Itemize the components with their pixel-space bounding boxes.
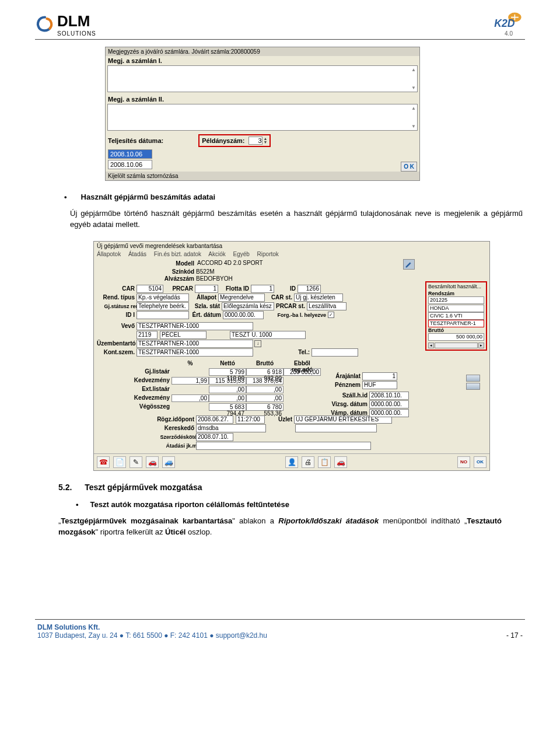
menu-item[interactable]: Állapotok <box>97 251 121 257</box>
uzemb-lookup-icon[interactable]: ↓ <box>254 340 261 347</box>
price-cell[interactable]: ,00 <box>246 394 284 402</box>
copies-spinner[interactable]: ▲▼ <box>249 137 268 145</box>
hdr-pct: % <box>172 360 209 368</box>
vevo-code-input[interactable]: 2119 <box>136 331 158 339</box>
logo-subtitle: SOLUTIONS <box>57 30 96 37</box>
note-textarea-2[interactable] <box>107 104 418 131</box>
price-cell[interactable]: 138 378,64 <box>246 377 284 385</box>
car-input[interactable]: 5104 <box>136 285 163 293</box>
prcarst-input[interactable]: Leszállítva <box>307 302 346 310</box>
page-header: DLM SOLUTIONS K2D 4.0 <box>35 12 525 40</box>
kont-label: Kont.szem. <box>97 349 136 355</box>
rendszam-input[interactable]: 201225 <box>428 296 484 304</box>
date-option-1[interactable]: 2008.10.06 <box>108 149 152 159</box>
alvaz-label: Alvázszám <box>161 275 196 282</box>
kont-input[interactable]: TESZTPARTNER-1000 <box>136 348 253 357</box>
car1-icon[interactable]: 🚗 <box>146 456 159 468</box>
allapot-label: Állapot <box>189 294 218 301</box>
vampdatum-input[interactable]: 0000.00.00. <box>369 409 409 417</box>
menu-item[interactable]: Fin.és bizt. adatok <box>154 251 201 257</box>
price-row-label: Végösszeg <box>126 403 172 412</box>
kereskedo-input-2[interactable] <box>295 424 377 432</box>
copies-input[interactable] <box>249 137 262 145</box>
szlastat-input[interactable]: Előlegszámla kész <box>222 302 274 310</box>
atadasi-input[interactable] <box>196 442 371 450</box>
brutto-input[interactable]: 500 000,00 <box>428 333 484 341</box>
doc-icon[interactable]: 📄 <box>113 456 126 468</box>
price-cell[interactable]: ,00 <box>246 386 284 393</box>
print-icon[interactable]: 🖨 <box>302 456 314 468</box>
menu-item[interactable]: Átadás <box>128 251 146 257</box>
date-option-2[interactable]: 2008.10.06 <box>108 160 152 169</box>
price-cell[interactable]: 5 683 794,47 <box>209 403 246 411</box>
vevo-addr-input[interactable]: TESZT U. 1000 <box>230 331 306 339</box>
tel-input[interactable] <box>312 348 358 357</box>
modell-value: ACCORD 4D 2.0 SPORT <box>196 260 289 268</box>
sidebox-scroll[interactable]: ◂▸ <box>428 343 484 348</box>
menu-item[interactable]: Akciók <box>208 251 225 257</box>
edit-icon[interactable] <box>403 259 415 270</box>
price-cell[interactable]: ,00 <box>209 386 246 393</box>
no-button[interactable]: NO <box>457 456 470 468</box>
ok-button[interactable]: O K <box>401 162 417 172</box>
kereskedo-input[interactable]: dmsdba <box>196 424 266 432</box>
footer-address: 1037 Budapest, Zay u. 24 ● T: 661 5500 ●… <box>37 631 267 640</box>
vevo-input[interactable]: TESZTPARTNER-1000 <box>136 322 253 330</box>
partner-input[interactable]: TESZTPARTNER-1 <box>428 320 484 327</box>
szerzkotes-input[interactable]: 2008.07.10. <box>196 433 233 441</box>
price-cell[interactable]: 200 000,00 <box>284 368 321 376</box>
vizsgdatum-input[interactable]: 0000.00.00. <box>369 400 409 408</box>
carst-label: CAR st. <box>265 294 294 301</box>
rogz-date-input[interactable]: 2008.06.27. <box>196 415 233 424</box>
section-5-2-para: „Tesztgépjárművek mozgásainak karbantart… <box>58 516 502 538</box>
uzemb-input[interactable]: TESZTPARTNER-1000 <box>136 340 253 348</box>
forg-label: Forg.-ba l. helyezve <box>264 312 328 318</box>
make-input[interactable]: HONDA <box>428 305 484 312</box>
price-cell[interactable]: ,00 <box>209 394 246 402</box>
brutto-label: Bruttó <box>428 327 484 333</box>
allapot-input[interactable]: Megrendelve <box>218 294 265 302</box>
rogz-time-input[interactable]: 11:27:00 <box>236 415 265 424</box>
car2-icon[interactable]: 🚙 <box>162 456 175 468</box>
price-cell[interactable]: 5 799 110,00 <box>209 368 246 376</box>
rendtipus-input[interactable]: Kp.-s végeladás <box>136 294 189 302</box>
hdr-brutto: Bruttó <box>246 360 284 368</box>
id-input[interactable]: 1266 <box>298 285 321 293</box>
carst-input[interactable]: Új gj. készleten <box>294 294 343 302</box>
prcarst-label: PRCAR st. <box>274 303 307 309</box>
prcar-input[interactable]: 1 <box>195 285 218 293</box>
modell-label: Modell <box>167 260 196 267</box>
price-cell[interactable]: 6 780 553,36 <box>246 403 284 411</box>
list-icon[interactable]: 📋 <box>318 456 331 468</box>
note-textarea-1[interactable] <box>107 65 418 92</box>
price-cell[interactable]: 115 315,53 <box>209 377 246 385</box>
m3: " riportra felkerült az <box>96 528 166 536</box>
gjstatus-input[interactable]: Telephelyre beérk. <box>136 302 189 310</box>
sort-icons[interactable] <box>466 375 480 390</box>
arajanlat-label: Árajánlat <box>327 373 362 379</box>
extra-car-icon[interactable]: 🚗 <box>334 456 347 468</box>
menu-item[interactable]: Egyéb <box>233 251 249 257</box>
price-cell[interactable]: ,00 <box>172 394 209 402</box>
penznem-input[interactable]: HUF <box>362 381 397 389</box>
m1: " ablakon a <box>232 516 278 525</box>
dlm-swirl-icon <box>35 16 55 33</box>
edit2-icon[interactable]: ✎ <box>130 456 142 468</box>
person-icon[interactable]: 👤 <box>285 456 298 468</box>
flotta-input[interactable]: 1 <box>251 285 274 293</box>
idi-input[interactable] <box>136 311 189 319</box>
ok-button[interactable]: OK <box>474 456 487 468</box>
vevo-city-input[interactable]: PÉCEL <box>160 331 206 339</box>
m2: menüpontból indítható „ <box>379 516 467 525</box>
spinner-arrows-icon[interactable]: ▲▼ <box>264 137 268 144</box>
price-cell[interactable]: 1,99 <box>172 377 209 385</box>
model-input[interactable]: CIVIC 1.6 VTI <box>428 312 484 320</box>
price-cell[interactable]: 6 918 932,00 <box>246 368 284 376</box>
szallhid-input[interactable]: 2008.10.10. <box>369 392 409 400</box>
menu-item[interactable]: Riportok <box>257 251 279 257</box>
forg-checkbox[interactable]: ✓ <box>328 312 334 318</box>
ertdatum-input[interactable]: 0000.00.00. <box>223 311 264 319</box>
arajanlat-input[interactable]: 1 <box>362 372 397 380</box>
delete-icon[interactable]: ☎ <box>97 456 110 468</box>
logo-right: K2D 4.0 <box>492 12 525 37</box>
